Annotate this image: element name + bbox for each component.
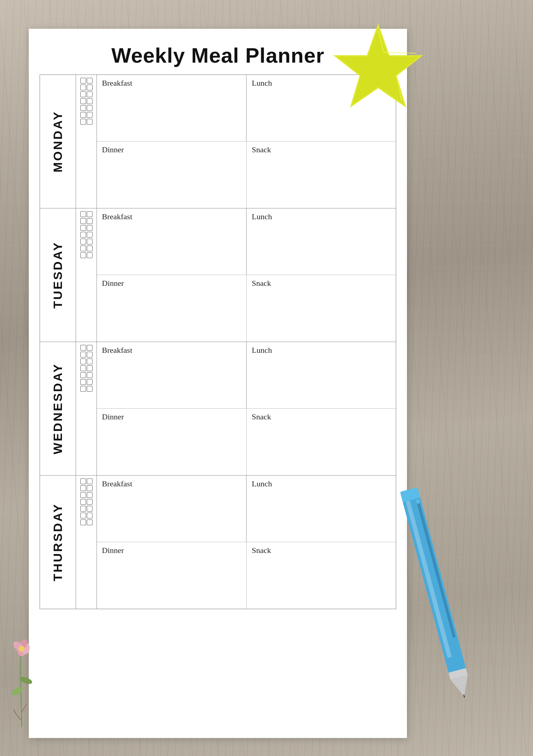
checkbox[interactable] xyxy=(87,372,93,378)
svg-point-13 xyxy=(10,685,24,697)
checkbox[interactable] xyxy=(87,345,93,351)
checkbox[interactable] xyxy=(80,499,86,505)
checkbox[interactable] xyxy=(80,98,86,104)
checkbox[interactable] xyxy=(80,372,86,378)
checkbox[interactable] xyxy=(87,246,93,251)
flower-decoration xyxy=(7,626,36,727)
meals-wednesday: Breakfast Lunch Dinner Snack xyxy=(97,342,396,475)
breakfast-label-wednesday: Breakfast xyxy=(102,346,241,355)
checkbox[interactable] xyxy=(87,492,93,498)
checkbox[interactable] xyxy=(87,225,93,231)
checkboxes-wednesday xyxy=(76,342,97,475)
checkbox[interactable] xyxy=(80,478,86,484)
lunch-wednesday: Lunch xyxy=(246,342,396,409)
checkbox[interactable] xyxy=(87,386,93,392)
checkbox[interactable] xyxy=(80,246,86,251)
snack-label-thursday: Snack xyxy=(252,546,391,555)
checkbox[interactable] xyxy=(87,211,93,217)
wednesday-row: WEDNESDAY Breakfast Lunch xyxy=(40,342,396,476)
checkbox[interactable] xyxy=(87,119,93,125)
checkbox[interactable] xyxy=(87,499,93,505)
lunch-label-wednesday: Lunch xyxy=(252,346,391,355)
snack-tuesday: Snack xyxy=(246,275,396,342)
lunch-label-tuesday: Lunch xyxy=(252,212,391,221)
checkbox[interactable] xyxy=(87,519,93,525)
meals-tuesday: Breakfast Lunch Dinner Snack xyxy=(97,208,396,342)
day-label-monday: MONDAY xyxy=(51,107,65,176)
checkbox[interactable] xyxy=(87,239,93,244)
checkbox[interactable] xyxy=(80,91,86,97)
checkbox[interactable] xyxy=(87,485,93,491)
checkbox[interactable] xyxy=(87,105,93,111)
checkbox[interactable] xyxy=(80,239,86,244)
dinner-label-thursday: Dinner xyxy=(102,546,241,555)
dinner-wednesday: Dinner xyxy=(97,409,246,475)
checkbox[interactable] xyxy=(80,492,86,498)
checkbox[interactable] xyxy=(80,506,86,512)
checkbox[interactable] xyxy=(80,211,86,217)
meal-planner-table: MONDAY Breakfast Lunch xyxy=(40,75,396,609)
checkbox[interactable] xyxy=(87,112,93,118)
checkbox[interactable] xyxy=(80,105,86,111)
checkbox[interactable] xyxy=(87,478,93,484)
checkbox[interactable] xyxy=(87,91,93,97)
snack-wednesday: Snack xyxy=(246,409,396,475)
checkbox[interactable] xyxy=(87,506,93,512)
snack-label-wednesday: Snack xyxy=(252,412,391,422)
dinner-monday: Dinner xyxy=(97,141,246,208)
checkbox[interactable] xyxy=(80,232,86,238)
breakfast-label-monday: Breakfast xyxy=(102,78,241,88)
checkbox[interactable] xyxy=(87,379,93,385)
checkbox[interactable] xyxy=(87,218,93,224)
day-cell-thursday: THURSDAY xyxy=(40,476,76,609)
lunch-tuesday: Lunch xyxy=(246,208,396,275)
checkbox[interactable] xyxy=(80,85,86,90)
snack-thursday: Snack xyxy=(246,542,396,609)
checkbox[interactable] xyxy=(87,359,93,364)
checkbox[interactable] xyxy=(80,513,86,518)
checkbox-group-tuesday xyxy=(78,211,95,258)
meals-thursday: Breakfast Lunch Dinner Snack xyxy=(97,476,396,609)
thursday-row: THURSDAY Breakfast Lunch xyxy=(40,476,396,609)
snack-label-tuesday: Snack xyxy=(252,279,391,288)
checkbox[interactable] xyxy=(80,485,86,491)
checkbox[interactable] xyxy=(80,359,86,364)
checkbox[interactable] xyxy=(80,365,86,371)
paper: Weekly Meal Planner MONDAY xyxy=(29,29,407,738)
lunch-thursday: Lunch xyxy=(246,476,396,542)
checkbox[interactable] xyxy=(87,232,93,238)
checkbox[interactable] xyxy=(80,225,86,231)
checkbox[interactable] xyxy=(80,112,86,118)
checkbox[interactable] xyxy=(80,218,86,224)
dinner-tuesday: Dinner xyxy=(97,275,246,342)
breakfast-label-tuesday: Breakfast xyxy=(102,212,241,221)
checkbox[interactable] xyxy=(80,352,86,357)
breakfast-wednesday: Breakfast xyxy=(97,342,246,409)
star-decoration xyxy=(328,22,429,115)
checkbox[interactable] xyxy=(80,519,86,525)
checkbox[interactable] xyxy=(80,345,86,351)
checkbox[interactable] xyxy=(80,119,86,125)
checkbox-group-monday xyxy=(78,78,95,125)
checkbox-group-wednesday xyxy=(78,345,95,392)
checkboxes-thursday xyxy=(76,476,97,609)
checkbox[interactable] xyxy=(80,252,86,258)
checkbox[interactable] xyxy=(87,352,93,357)
dinner-label-tuesday: Dinner xyxy=(102,279,241,288)
checkboxes-monday xyxy=(76,75,97,208)
checkbox[interactable] xyxy=(87,252,93,258)
day-cell-monday: MONDAY xyxy=(40,75,76,208)
dinner-label-monday: Dinner xyxy=(102,145,241,154)
checkbox[interactable] xyxy=(87,513,93,518)
checkbox[interactable] xyxy=(80,386,86,392)
day-label-thursday: THURSDAY xyxy=(51,499,65,585)
checkbox[interactable] xyxy=(80,78,86,84)
checkbox-group-thursday xyxy=(78,478,95,525)
checkbox[interactable] xyxy=(87,78,93,84)
checkbox[interactable] xyxy=(80,379,86,385)
checkbox[interactable] xyxy=(87,98,93,104)
breakfast-tuesday: Breakfast xyxy=(97,208,246,275)
checkbox[interactable] xyxy=(87,365,93,371)
breakfast-thursday: Breakfast xyxy=(97,476,246,542)
checkbox[interactable] xyxy=(87,85,93,90)
